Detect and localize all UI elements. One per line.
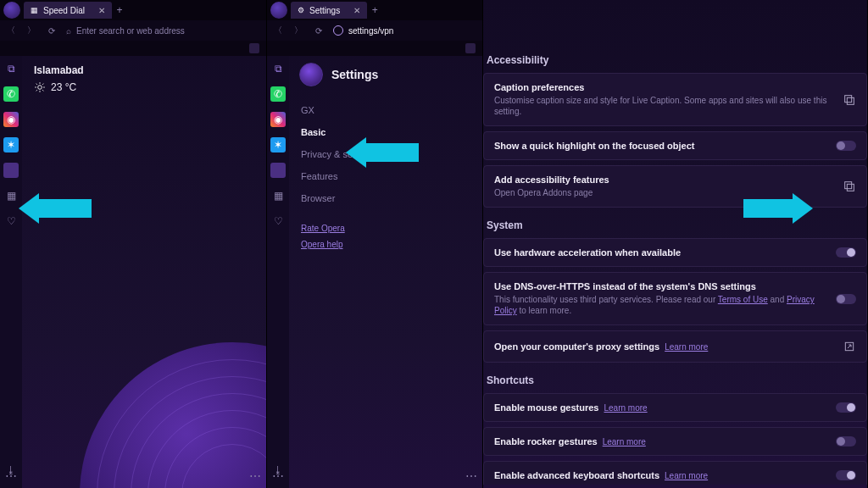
new-tab-button[interactable]: + xyxy=(112,3,127,18)
link-learn-more[interactable]: Learn more xyxy=(665,471,708,480)
row-keyboard-shortcuts[interactable]: Enable advanced keyboard shortcutsLearn … xyxy=(483,461,867,485)
heart-icon[interactable]: ♡ xyxy=(270,214,286,229)
tab-strip: ⚙ Settings ✕ + xyxy=(267,0,482,20)
forward-icon[interactable]: 〉 xyxy=(292,25,304,36)
whatsapp-icon[interactable]: ✆ xyxy=(270,86,286,102)
twitter-icon[interactable]: ✶ xyxy=(3,137,19,152)
pinned-tile-icon[interactable] xyxy=(3,163,19,178)
apps-icon[interactable]: ▦ xyxy=(3,188,19,203)
nav-features[interactable]: Features xyxy=(301,171,474,181)
apps-icon[interactable]: ▦ xyxy=(270,188,286,203)
row-title: Use hardware acceleration when available xyxy=(494,247,827,258)
toggle-rocker-gestures[interactable] xyxy=(836,436,856,446)
omnibox[interactable]: settings/vpn xyxy=(333,25,477,36)
row-rocker-gestures[interactable]: Enable rocker gesturesLearn more xyxy=(483,427,867,456)
row-subtitle: This functionality uses third party serv… xyxy=(494,294,827,316)
help-links: Rate Opera Opera help xyxy=(301,224,474,249)
left-rail: ⧉ ✆ ◉ ✶ ▦ ♡ ⭳ ⚙ xyxy=(0,56,22,488)
toggle-hardware-acceleration[interactable] xyxy=(836,247,856,258)
left-rail: ⧉ ✆ ◉ ✶ ▦ ♡ ⭳ ⚙ xyxy=(267,56,289,488)
reload-icon[interactable]: ⟳ xyxy=(46,26,58,36)
overflow-menu-right[interactable]: ⋯ xyxy=(249,469,261,483)
svg-line-7 xyxy=(36,90,37,91)
sun-icon xyxy=(34,81,46,93)
link-learn-more[interactable]: Learn more xyxy=(665,342,708,352)
pinned-tile-icon[interactable] xyxy=(270,163,286,178)
tab-settings[interactable]: ⚙ Settings ✕ xyxy=(291,2,367,19)
omnibox[interactable]: ⌕ Enter search or web address xyxy=(66,26,261,36)
link-terms[interactable]: Terms of Use xyxy=(718,295,768,304)
tab-speed-dial[interactable]: ▦ Speed Dial ✕ xyxy=(24,2,112,19)
row-dns-over-https[interactable]: Use DNS-over-HTTPS instead of the system… xyxy=(483,272,867,325)
tab-strip: ▦ Speed Dial ✕ + xyxy=(0,0,266,20)
url-text: settings/vpn xyxy=(348,26,393,36)
row-proxy-settings[interactable]: Open your computer's proxy settingsLearn… xyxy=(483,330,867,363)
link-rate-opera[interactable]: Rate Opera xyxy=(301,224,474,233)
tab-title: Speed Dial xyxy=(43,6,85,15)
overflow-menu-right[interactable]: ⋯ xyxy=(465,469,477,483)
row-title: Enable mouse gestures xyxy=(494,402,599,413)
annotation-arrow-3 xyxy=(743,193,813,224)
row-hardware-acceleration[interactable]: Use hardware acceleration when available xyxy=(483,238,867,267)
weather-temp-value: 23 °C xyxy=(51,81,76,93)
toggle-keyboard-shortcuts[interactable] xyxy=(836,470,856,480)
back-icon[interactable]: 〈 xyxy=(272,25,284,36)
row-title: Use DNS-over-HTTPS instead of the system… xyxy=(494,281,827,291)
whatsapp-icon[interactable]: ✆ xyxy=(3,86,19,102)
row-mouse-gestures[interactable]: Enable mouse gesturesLearn more xyxy=(483,393,867,422)
nav-basic[interactable]: Basic xyxy=(301,127,474,137)
nav-browser[interactable]: Browser xyxy=(301,193,474,203)
instagram-icon[interactable]: ◉ xyxy=(3,112,19,127)
pin-strip xyxy=(0,41,266,56)
grid-icon: ▦ xyxy=(31,6,38,14)
twitch-icon[interactable]: ⧉ xyxy=(270,61,286,76)
opera-logo-icon xyxy=(3,2,20,19)
link-opera-help[interactable]: Opera help xyxy=(301,240,474,249)
weather-city: Islamabad xyxy=(34,64,254,76)
row-title: Add accessibility features xyxy=(494,175,834,185)
pane-settings-nav: ⚙ Settings ✕ + 〈 〉 ⟳ settings/vpn ⧉ ✆ ◉ … xyxy=(267,0,483,488)
new-tab-button[interactable]: + xyxy=(367,3,382,18)
svg-point-0 xyxy=(38,86,42,90)
row-caption-preferences[interactable]: Caption preferences Customise caption si… xyxy=(483,73,867,126)
close-icon[interactable]: ✕ xyxy=(353,6,360,15)
link-learn-more[interactable]: Learn more xyxy=(603,437,646,446)
svg-line-8 xyxy=(42,84,43,85)
opera-ring-icon xyxy=(299,63,323,86)
svg-rect-10 xyxy=(847,97,854,104)
address-bar: 〈 〉 ⟳ ⌕ Enter search or web address xyxy=(0,20,266,41)
instagram-icon[interactable]: ◉ xyxy=(270,112,286,127)
tab-title: Settings xyxy=(309,6,340,15)
pane-settings-content: Accessibility Caption preferences Custom… xyxy=(483,0,868,488)
background-sphere xyxy=(80,342,267,488)
row-highlight-focus[interactable]: Show a quick highlight on the focused ob… xyxy=(483,131,867,160)
annotation-arrow-2 xyxy=(346,137,419,168)
twitter-icon[interactable]: ✶ xyxy=(270,137,286,152)
toggle-highlight[interactable] xyxy=(836,141,856,151)
open-external-icon xyxy=(843,340,856,353)
forward-icon[interactable]: 〉 xyxy=(25,25,37,36)
twitch-icon[interactable]: ⧉ xyxy=(3,61,19,76)
back-icon[interactable]: 〈 xyxy=(5,25,17,36)
link-learn-more[interactable]: Learn more xyxy=(604,403,648,413)
toggle-doh[interactable] xyxy=(836,294,856,304)
close-icon[interactable]: ✕ xyxy=(98,6,105,15)
row-title: Open your computer's proxy settings xyxy=(494,341,659,352)
pinned-icon[interactable] xyxy=(465,43,476,53)
omnibox-placeholder: Enter search or web address xyxy=(76,26,185,36)
address-bar: 〈 〉 ⟳ settings/vpn xyxy=(267,20,482,41)
row-title: Caption preferences xyxy=(494,82,834,92)
annotation-arrow-1 xyxy=(19,193,92,224)
settings-header: Settings xyxy=(289,56,482,93)
heart-icon[interactable]: ♡ xyxy=(3,214,19,229)
opera-logo-icon xyxy=(270,2,287,19)
nav-gx[interactable]: GX xyxy=(301,105,474,115)
reload-icon[interactable]: ⟳ xyxy=(313,26,325,36)
svg-line-6 xyxy=(42,90,43,91)
overflow-menu-left[interactable]: ⋯ xyxy=(5,469,17,483)
overflow-menu-left[interactable]: ⋯ xyxy=(272,469,284,483)
pane-speed-dial: ▦ Speed Dial ✕ + 〈 〉 ⟳ ⌕ Enter search or… xyxy=(0,0,267,488)
pinned-icon[interactable] xyxy=(249,43,259,53)
toggle-mouse-gestures[interactable] xyxy=(836,402,856,413)
svg-line-5 xyxy=(36,84,37,85)
